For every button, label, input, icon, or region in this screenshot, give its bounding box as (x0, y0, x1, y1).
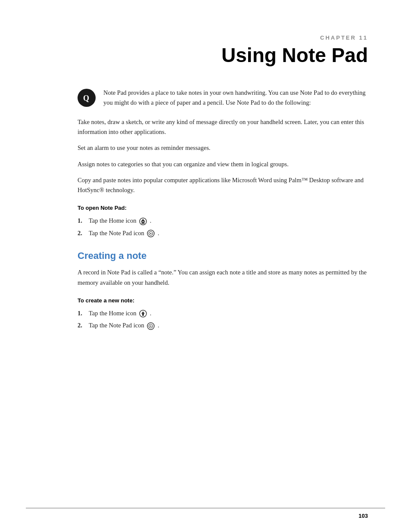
notepad-icon-2 (147, 322, 155, 330)
creating-description: A record in Note Pad is called a “note.”… (78, 268, 368, 287)
paragraph-2: Set an alarm to use your notes as remind… (78, 143, 368, 153)
create-step-2-text: Tap the Note Pad icon . (89, 320, 159, 331)
page: CHAPTER 11 Using Note Pad Q Note Pad pro… (0, 0, 411, 532)
open-step-2: 2. Tap the Note Pad icon . (78, 228, 368, 239)
svg-point-13 (150, 326, 152, 327)
footer-rule (26, 508, 385, 508)
svg-text:Q: Q (83, 94, 89, 103)
home-icon-1 (139, 218, 147, 225)
paragraph-3: Assign notes to categories so that you c… (78, 159, 368, 169)
paragraph-4: Copy and paste notes into popular comput… (78, 175, 368, 195)
chapter-label: CHAPTER 11 (78, 34, 368, 41)
create-step-1: 1. Tap the Home icon . (78, 308, 368, 319)
create-step-1-text: Tap the Home icon . (89, 308, 151, 319)
create-note-steps: 1. Tap the Home icon . 2. Tap the Note P… (78, 308, 368, 331)
svg-marker-9 (141, 311, 145, 314)
creating-subheading: Creating a note (78, 250, 368, 261)
create-step-number-1: 1. (78, 308, 85, 319)
create-step-number-2: 2. (78, 320, 85, 331)
open-notepad-steps: 1. Tap the Home icon . 2. Tap the Note P… (78, 215, 368, 238)
create-note-heading: To create a new note: (78, 297, 368, 304)
page-number: 103 (358, 513, 368, 519)
paragraph-1: Take notes, draw a sketch, or write any … (78, 117, 368, 137)
intro-text: Note Pad provides a place to take notes … (103, 88, 368, 108)
open-step-1-text: Tap the Home icon . (89, 215, 151, 226)
notepad-icon-1 (147, 230, 155, 237)
create-step-2: 2. Tap the Note Pad icon . (78, 320, 368, 331)
step-number-1: 1. (78, 215, 85, 226)
open-step-2-text: Tap the Note Pad icon . (89, 228, 159, 239)
svg-rect-4 (142, 222, 144, 224)
chapter-title: Using Note Pad (78, 44, 368, 66)
svg-marker-3 (141, 219, 145, 221)
svg-rect-10 (142, 314, 144, 316)
intro-block: Q Note Pad provides a place to take note… (78, 88, 368, 108)
svg-point-7 (150, 233, 152, 234)
creating-section: Creating a note A record in Note Pad is … (78, 250, 368, 331)
notepad-app-icon: Q (78, 89, 96, 107)
open-notepad-section: To open Note Pad: 1. Tap the Home icon .… (78, 205, 368, 238)
open-step-1: 1. Tap the Home icon . (78, 215, 368, 226)
home-icon-2 (139, 310, 147, 317)
step-number-2: 2. (78, 228, 85, 239)
open-notepad-heading: To open Note Pad: (78, 205, 368, 211)
